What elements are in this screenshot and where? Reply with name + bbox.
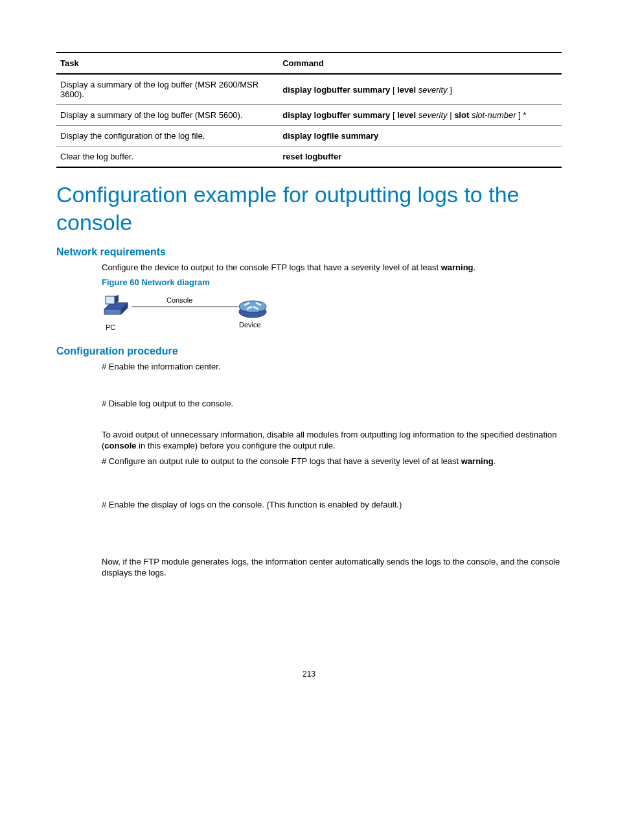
paragraph: # Enable the information center. xyxy=(102,361,562,373)
paragraph: # Enable the display of logs on the cons… xyxy=(102,499,562,511)
svg-rect-3 xyxy=(106,296,115,304)
paragraph: Configure the device to output to the co… xyxy=(102,262,562,274)
command-cell: display logbuffer summary [ level severi… xyxy=(279,105,562,126)
page-number: 213 xyxy=(56,670,562,679)
cmd-text: level xyxy=(397,85,416,95)
paragraph: To avoid output of unnecessary informati… xyxy=(102,429,562,452)
figure-caption: Figure 60 Network diagram xyxy=(102,277,562,287)
cmd-text: slot xyxy=(454,110,469,120)
text: # Configure an output rule to output to … xyxy=(102,456,461,466)
paragraph: # Disable log output to the console. xyxy=(102,398,562,410)
command-cell: display logfile summary xyxy=(279,126,562,146)
text: warning xyxy=(461,456,494,466)
task-cell: Display the configuration of the log fil… xyxy=(56,126,279,146)
cmd-text: display logbuffer summary xyxy=(282,110,390,120)
command-cell: reset logbuffer xyxy=(279,146,562,168)
cmd-text: severity xyxy=(418,110,448,120)
table-row: Display a summary of the log buffer (MSR… xyxy=(56,105,562,126)
device-label: Device xyxy=(239,321,261,329)
link-line xyxy=(132,307,238,307)
cmd-text: level xyxy=(397,110,416,120)
cmd-text: severity xyxy=(418,85,448,95)
pc-label: PC xyxy=(106,323,115,331)
svg-point-6 xyxy=(239,301,266,312)
svg-marker-1 xyxy=(104,309,121,314)
task-cell: Clear the log buffer. xyxy=(56,146,279,168)
cmd-text: slot-number xyxy=(472,110,516,120)
table-header-command: Command xyxy=(279,52,562,74)
table-header-task: Task xyxy=(56,52,279,74)
command-table: Task Command Display a summary of the lo… xyxy=(56,52,562,168)
table-row: Clear the log buffer. reset logbuffer xyxy=(56,146,562,168)
cmd-text: display logbuffer summary xyxy=(282,85,390,95)
device-icon xyxy=(238,296,268,318)
text: warning xyxy=(441,262,474,272)
text: console xyxy=(104,441,136,450)
pc-icon xyxy=(102,295,132,321)
text: . xyxy=(494,456,496,466)
task-cell: Display a summary of the log buffer (MSR… xyxy=(56,105,279,126)
section-heading-configuration-procedure: Configuration procedure xyxy=(56,345,562,357)
cmd-text: [ xyxy=(390,85,397,95)
cmd-text: [ xyxy=(390,110,397,120)
table-row: Display the configuration of the log fil… xyxy=(56,126,562,146)
cmd-text: ] xyxy=(448,85,452,95)
text: Configure the device to output to the co… xyxy=(102,262,441,272)
network-diagram: Console PC Device xyxy=(102,290,270,335)
console-label: Console xyxy=(166,296,192,304)
paragraph: # Configure an output rule to output to … xyxy=(102,456,562,467)
command-cell: display logbuffer summary [ level severi… xyxy=(279,74,562,105)
page-title: Configuration example for outputting log… xyxy=(56,181,562,236)
cmd-text: | xyxy=(448,110,455,120)
task-cell: Display a summary of the log buffer (MSR… xyxy=(56,74,279,105)
paragraph: Now, if the FTP module generates logs, t… xyxy=(102,556,562,579)
text: . xyxy=(474,262,476,272)
cmd-text: ] * xyxy=(516,110,527,120)
table-row: Display a summary of the log buffer (MSR… xyxy=(56,74,562,105)
section-heading-network-requirements: Network requirements xyxy=(56,246,562,258)
text: in this example) before you configure th… xyxy=(136,441,335,450)
